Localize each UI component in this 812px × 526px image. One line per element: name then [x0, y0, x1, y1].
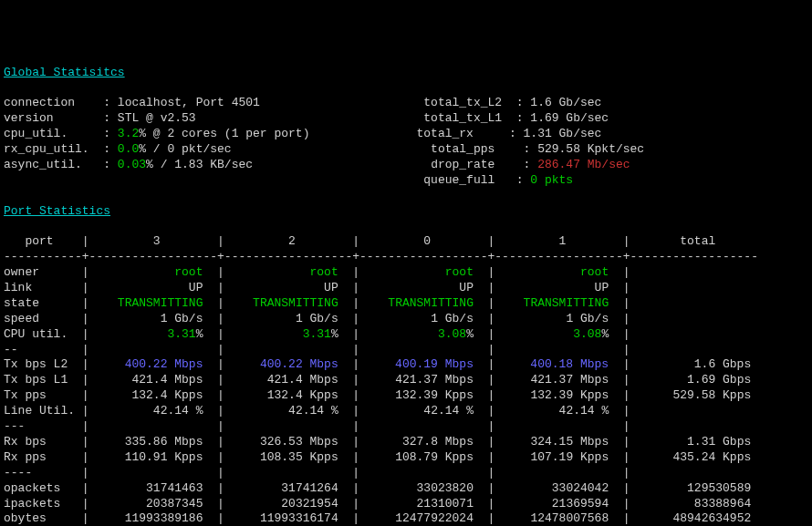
total-pps-label: total_pps : — [431, 142, 537, 156]
txpps-0: 132.39 Kpps — [359, 388, 487, 402]
lineu-total — [630, 404, 765, 418]
rxbps-3: 335.86 Mbps — [89, 435, 217, 449]
obytes-1: 12478007568 — [494, 511, 622, 525]
divider-row: ---- | | | | | — [4, 466, 765, 480]
pct-2: % — [331, 327, 352, 341]
rxbps-total: 1.31 Gbps — [630, 435, 758, 449]
rxbps-2: 326.53 Mbps — [224, 435, 352, 449]
col-0: 0 — [359, 234, 487, 248]
owner-total — [630, 265, 765, 279]
lineu-3: 42.14 % — [89, 404, 217, 418]
obytes-3: 11993389186 — [89, 511, 217, 525]
col-3: 3 — [89, 234, 217, 248]
opkts-total: 129530589 — [630, 481, 758, 495]
obytes-0: 12477922024 — [359, 511, 487, 525]
opackets-label: opackets — [4, 481, 82, 495]
pct-1: % — [601, 327, 622, 341]
queue-full-value: 0 pkts — [530, 173, 573, 187]
lineu-1: 42.14 % — [494, 404, 622, 418]
drop-rate-label: drop_rate : — [431, 158, 537, 171]
col-port: port — [4, 234, 82, 248]
txl2-3: 400.22 Mbps — [89, 357, 203, 371]
cpu-total — [630, 327, 765, 341]
tx-pps-label: Tx pps — [4, 388, 82, 402]
txl1-0: 421.37 Mbps — [359, 373, 487, 387]
ipkts-total: 83388964 — [630, 497, 758, 511]
state-total — [630, 296, 765, 310]
divider-row: --- | | | | | — [4, 419, 765, 433]
owner-label: owner — [4, 265, 82, 279]
opkts-3: 31741463 — [89, 481, 217, 495]
connection-label: connection : — [4, 96, 118, 109]
cpu-0: 3.08 — [359, 327, 466, 341]
col-1: 1 — [494, 234, 622, 248]
opkts-1: 33024042 — [494, 481, 622, 495]
ipackets-label: ipackets — [4, 497, 82, 511]
rx-pps-label: Rx pps — [4, 450, 82, 464]
rxpps-0: 108.79 Kpps — [359, 450, 487, 464]
txl1-1: 421.37 Mbps — [494, 373, 622, 387]
tx-bps-l1-label: Tx bps L1 — [4, 373, 82, 387]
pct-3: % — [196, 327, 217, 341]
owner-2: root — [224, 265, 352, 279]
tx-bps-l2-label: Tx bps L2 — [4, 357, 82, 371]
lineu-2: 42.14 % — [224, 404, 352, 418]
txpps-2: 132.4 Kpps — [224, 388, 352, 402]
divider-row: -- | | | | | — [4, 343, 765, 356]
link-1: UP — [494, 281, 622, 294]
txl2-0: 400.19 Mbps — [359, 357, 474, 371]
txpps-3: 132.4 Kpps — [89, 388, 217, 402]
txl2-1: 400.18 Mbps — [494, 357, 609, 371]
total-rx-value: 1.31 Gb/sec — [524, 127, 602, 140]
txl2-total: 1.6 Gbps — [630, 357, 758, 371]
version-label: version : — [4, 111, 118, 125]
rxpps-1: 107.19 Kpps — [494, 450, 622, 464]
rx-bps-label: Rx bps — [4, 435, 82, 449]
line-util-label: Line Util. — [4, 404, 82, 418]
cpu-3: 3.31 — [89, 327, 196, 341]
link-total — [630, 281, 765, 294]
obytes-label: obytes — [4, 511, 82, 525]
speed-2: 1 Gb/s — [224, 312, 352, 325]
terminal-output: Global Statisitcs connection : localhost… — [4, 66, 808, 526]
connection-value: localhost, Port 4501 — [118, 96, 260, 109]
total-tx-l1-value: 1.69 Gb/sec — [530, 111, 609, 125]
state-2: TRANSMITTING — [224, 296, 352, 310]
version-value: STL @ v2.53 — [118, 111, 196, 125]
speed-3: 1 Gb/s — [89, 312, 217, 325]
divider-row: -----------+------------------+---------… — [4, 250, 765, 263]
owner-3: root — [89, 265, 217, 279]
cpu-1: 3.08 — [494, 327, 601, 341]
txl1-total: 1.69 Gbps — [630, 373, 758, 387]
link-3: UP — [89, 281, 217, 294]
drop-rate-value: 286.47 Mb/sec — [537, 158, 630, 171]
ipkts-1: 21369594 — [494, 497, 622, 511]
ipkts-3: 20387345 — [89, 497, 217, 511]
link-label: link — [4, 281, 82, 294]
opkts-0: 33023820 — [359, 481, 487, 495]
ipkts-0: 21310071 — [359, 497, 487, 511]
rxbps-0: 327.8 Mbps — [359, 435, 487, 449]
txl1-2: 421.4 Mbps — [224, 373, 352, 387]
col-total: total — [630, 234, 765, 248]
speed-1: 1 Gb/s — [494, 312, 622, 325]
rxbps-1: 324.15 Mbps — [494, 435, 622, 449]
total-pps-value: 529.58 Kpkt/sec — [537, 142, 644, 156]
txl1-3: 421.4 Mbps — [89, 373, 217, 387]
opkts-2: 31741264 — [224, 481, 352, 495]
state-0: TRANSMITTING — [359, 296, 487, 310]
port-stats-header: Port Statistics — [4, 204, 110, 218]
pct-0: % — [466, 327, 487, 341]
obytes-total: 48942634952 — [630, 511, 758, 525]
total-rx-label: total_rx : — [417, 127, 524, 140]
link-0: UP — [359, 281, 487, 294]
rxpps-total: 435.24 Kpps — [630, 450, 758, 464]
queue-full-label: queue_full : — [423, 173, 530, 187]
global-stats-header: Global Statisitcs — [4, 66, 125, 79]
async-util-label: async_util. : — [4, 158, 118, 171]
state-1: TRANSMITTING — [494, 296, 622, 310]
rxpps-2: 108.35 Kpps — [224, 450, 352, 464]
txpps-total: 529.58 Kpps — [630, 388, 758, 402]
cpu-util-row-label: CPU util. — [4, 327, 82, 341]
owner-0: root — [359, 265, 487, 279]
